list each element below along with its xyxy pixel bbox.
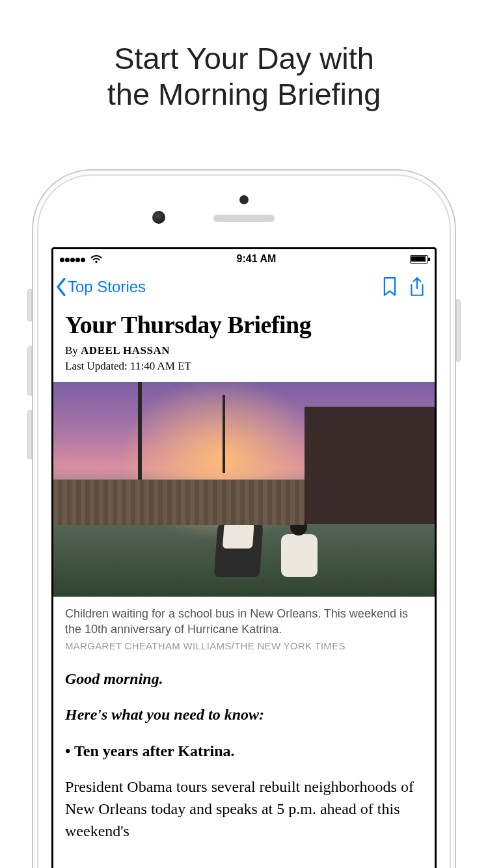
status-bar: 9:41 AM xyxy=(53,249,435,269)
app-screen: 9:41 AM Top Stories xyxy=(51,247,437,868)
article-byline: By ADEEL HASSAN xyxy=(65,344,423,357)
phone-mockup: 9:41 AM Top Stories xyxy=(32,169,456,868)
article-headline: Your Thursday Briefing xyxy=(65,310,423,339)
battery-icon xyxy=(410,255,428,264)
article-updated: Last Updated: 11:40 AM ET xyxy=(65,360,423,373)
back-button[interactable]: Top Stories xyxy=(55,277,146,297)
back-label: Top Stories xyxy=(68,278,146,296)
phone-volume-up xyxy=(27,346,32,396)
promo-line1: Start Your Day with xyxy=(0,40,488,76)
phone-power-button xyxy=(456,299,461,362)
phone-speaker-icon xyxy=(213,215,275,222)
byline-prefix: By xyxy=(65,344,81,357)
bookmark-button[interactable] xyxy=(383,277,397,297)
body-lead: Here's what you need to know: xyxy=(65,704,423,726)
phone-mute-switch xyxy=(27,289,32,321)
nav-bar: Top Stories xyxy=(53,269,435,305)
promo-headline: Start Your Day with the Morning Briefing xyxy=(0,0,488,113)
body-bullet-1: • Ten years after Katrina. xyxy=(65,740,423,763)
status-time: 9:41 AM xyxy=(237,253,277,265)
image-credit: MARGARET CHEATHAM WILLIAMS/THE NEW YORK … xyxy=(65,640,423,651)
article-hero-image xyxy=(53,382,435,597)
body-para-1: President Obama tours several rebuilt ne… xyxy=(65,776,423,842)
wifi-icon xyxy=(90,254,103,264)
article: Your Thursday Briefing By ADEEL HASSAN L… xyxy=(53,305,435,842)
image-caption: Children waiting for a school bus in New… xyxy=(65,606,423,638)
promo-line2: the Morning Briefing xyxy=(0,76,488,112)
article-body: Good morning. Here's what you need to kn… xyxy=(65,668,423,843)
cell-signal-icon xyxy=(60,253,86,265)
phone-volume-down xyxy=(27,410,32,459)
chevron-left-icon xyxy=(55,277,68,297)
phone-sensor-icon xyxy=(239,195,249,204)
bookmark-icon xyxy=(383,277,397,297)
body-greeting: Good morning. xyxy=(65,668,423,690)
phone-camera-icon xyxy=(152,211,165,224)
byline-author: ADEEL HASSAN xyxy=(81,344,170,357)
share-icon xyxy=(409,277,426,297)
share-button[interactable] xyxy=(409,277,426,297)
